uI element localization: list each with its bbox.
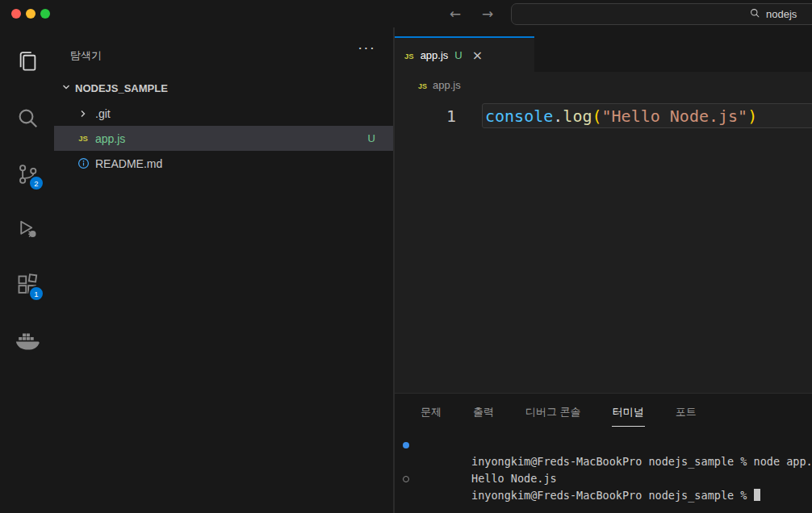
tab-label: app.js <box>421 49 449 61</box>
tab-appjs[interactable]: JS app.js U × <box>395 36 534 72</box>
close-tab-icon[interactable]: × <box>472 48 483 63</box>
source-control-icon[interactable]: 2 <box>14 161 41 188</box>
minimize-window-button[interactable] <box>26 9 36 19</box>
docker-icon[interactable] <box>14 327 41 354</box>
close-window-button[interactable] <box>11 9 21 19</box>
folder-section-header[interactable]: NODEJS_SAMPLE <box>54 76 393 100</box>
tab-debug-console[interactable]: 디버그 콘솔 <box>525 397 582 427</box>
code-line-1: 1 console.log("Hello Node.js") <box>395 103 812 128</box>
chevron-right-icon <box>77 108 90 119</box>
activity-bar: 2 1 <box>0 27 54 513</box>
tab-problems[interactable]: 문제 <box>420 397 442 427</box>
more-actions-button[interactable]: ··· <box>358 39 375 56</box>
vscode-window: ← → nodejs 2 <box>0 0 812 513</box>
file-name: app.js <box>95 132 125 145</box>
navigate-back-button[interactable]: ← <box>445 3 466 24</box>
javascript-file-icon: JS <box>418 79 427 91</box>
code-text: console.log("Hello Node.js") <box>485 106 757 126</box>
file-tree: .git JS app.js U README.md <box>54 101 393 176</box>
navigate-forward-button[interactable]: → <box>477 3 498 24</box>
info-icon <box>77 157 90 169</box>
terminal-line: inyongkim@Freds-MacBookPro nodejs_sample… <box>419 470 812 487</box>
git-untracked-badge: U <box>368 132 375 144</box>
prompt-decoration-icon <box>403 476 409 482</box>
tree-item-appjs[interactable]: JS app.js U <box>54 126 393 151</box>
tab-output[interactable]: 출력 <box>472 397 495 427</box>
code-editor[interactable]: 1 console.log("Hello Node.js") <box>395 98 812 128</box>
javascript-file-icon: JS <box>77 134 90 143</box>
editor-tab-bar: JS app.js U × <box>395 27 812 72</box>
extensions-badge: 1 <box>28 286 44 302</box>
terminal-line: Hello Node.js <box>419 453 812 470</box>
tree-item-readme[interactable]: README.md <box>54 151 393 176</box>
bottom-panel: 문제 출력 디버그 콘솔 터미널 포트 inyongkim@Freds-MacB… <box>394 393 812 513</box>
terminal-line: inyongkim@Freds-MacBookPro nodejs_sample… <box>419 436 812 453</box>
search-view-icon[interactable] <box>14 104 41 131</box>
section-label: NODEJS_SAMPLE <box>75 82 168 94</box>
terminal-cursor <box>754 489 760 501</box>
command-center-text: nodejs <box>766 8 797 20</box>
explorer-sidebar: 탐색기 ··· NODEJS_SAMPLE .git JS app.js U <box>54 27 394 513</box>
editor-area: JS app.js U × JS app.js 1 console.log("H… <box>394 27 812 393</box>
title-bar: ← → nodejs <box>0 0 812 27</box>
breadcrumb: JS app.js <box>395 72 812 98</box>
line-number: 1 <box>395 106 456 126</box>
run-debug-icon[interactable] <box>14 215 41 243</box>
file-name: .git <box>95 107 111 120</box>
git-untracked-badge: U <box>454 49 462 61</box>
tab-terminal[interactable]: 터미널 <box>612 397 645 427</box>
explorer-icon[interactable] <box>14 48 41 75</box>
extensions-icon[interactable]: 1 <box>14 271 41 298</box>
javascript-file-icon: JS <box>404 49 414 61</box>
sidebar-title: 탐색기 <box>70 48 102 63</box>
zoom-window-button[interactable] <box>40 9 50 19</box>
source-control-badge: 2 <box>28 175 44 191</box>
command-center-search[interactable]: nodejs <box>511 3 812 25</box>
terminal[interactable]: inyongkim@Freds-MacBookPro nodejs_sample… <box>395 436 812 487</box>
search-icon <box>749 7 760 21</box>
chevron-down-icon <box>61 81 72 95</box>
tree-item-git-folder[interactable]: .git <box>54 101 393 126</box>
breadcrumb-item[interactable]: app.js <box>433 79 461 91</box>
file-name: README.md <box>95 157 162 170</box>
panel-tab-bar: 문제 출력 디버그 콘솔 터미널 포트 <box>395 394 812 427</box>
command-success-decoration-icon <box>403 442 409 448</box>
tab-ports[interactable]: 포트 <box>675 397 697 427</box>
